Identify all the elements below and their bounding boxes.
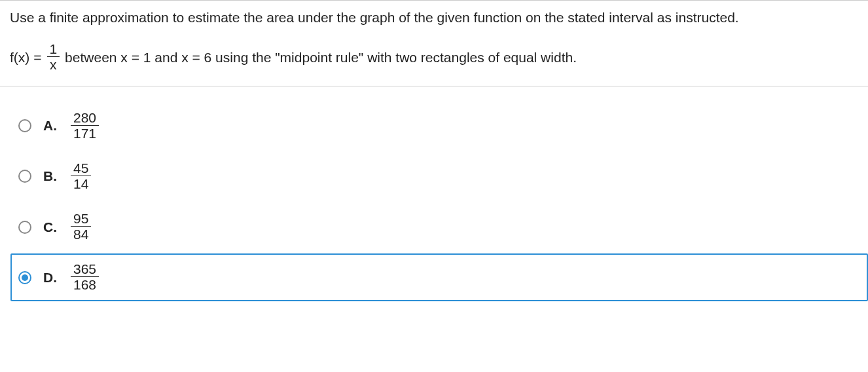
fx-suffix: between x = 1 and x = 6 using the "midpo… <box>65 50 577 65</box>
option-fraction: 45 14 <box>71 160 91 193</box>
answer-option-a[interactable]: A. 280 171 <box>10 102 868 150</box>
answer-option-c[interactable]: C. 95 84 <box>10 203 868 251</box>
option-frac-num: 95 <box>71 211 91 226</box>
question-block: Use a finite approximation to estimate t… <box>0 1 868 86</box>
answer-option-d[interactable]: D. 365 168 <box>10 253 868 301</box>
option-frac-den: 14 <box>71 176 91 193</box>
option-label: D. <box>43 270 59 286</box>
option-frac-num: 45 <box>71 160 91 176</box>
fx-fraction: 1 x <box>46 41 60 73</box>
option-frac-num: 280 <box>71 110 99 125</box>
radio-icon[interactable] <box>18 119 31 132</box>
option-frac-num: 365 <box>71 261 99 276</box>
option-fraction: 280 171 <box>71 110 99 142</box>
radio-icon[interactable] <box>18 221 31 234</box>
fx-prefix: f(x) = <box>10 50 41 65</box>
fx-frac-den: x <box>47 56 60 73</box>
option-fraction: 95 84 <box>71 211 91 243</box>
option-frac-den: 168 <box>71 276 99 293</box>
answer-option-b[interactable]: B. 45 14 <box>10 153 868 200</box>
option-label: C. <box>43 219 59 235</box>
radio-icon[interactable] <box>18 271 31 284</box>
option-label: B. <box>43 168 59 184</box>
option-frac-den: 84 <box>71 226 91 243</box>
option-label: A. <box>43 118 59 134</box>
question-formula: f(x) = 1 x between x = 1 and x = 6 using… <box>10 41 858 73</box>
answer-list: A. 280 171 B. 45 14 C. 95 84 D. 365 168 <box>0 86 868 302</box>
option-fraction: 365 168 <box>71 261 99 293</box>
radio-icon[interactable] <box>18 170 31 183</box>
option-frac-den: 171 <box>71 125 99 142</box>
fx-frac-num: 1 <box>46 41 60 56</box>
question-prompt: Use a finite approximation to estimate t… <box>10 9 858 27</box>
